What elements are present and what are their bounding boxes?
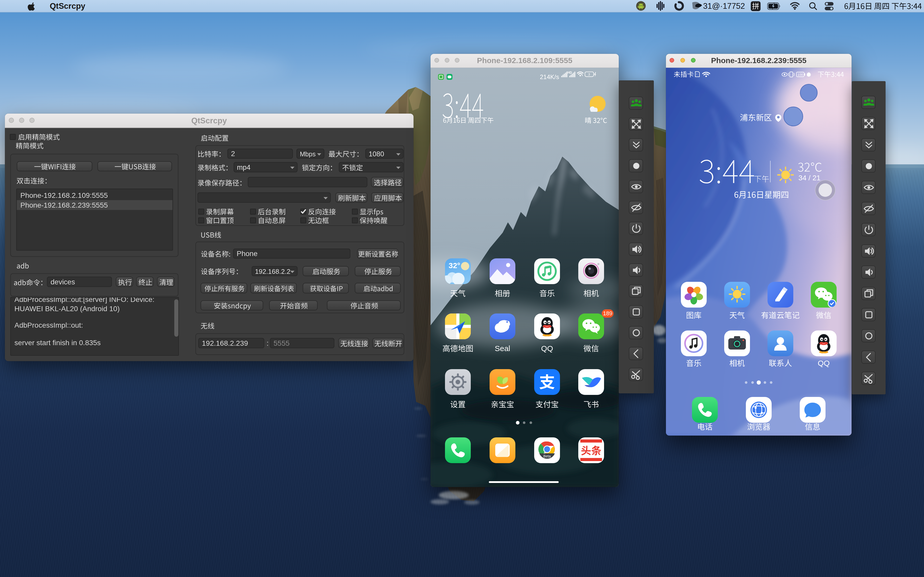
- svg-text:32°: 32°: [449, 261, 460, 270]
- svg-text:3: 3: [588, 73, 590, 76]
- svg-text:100: 100: [797, 73, 803, 76]
- svg-text:Beta: Beta: [543, 454, 551, 458]
- svg-text:!: !: [696, 73, 697, 76]
